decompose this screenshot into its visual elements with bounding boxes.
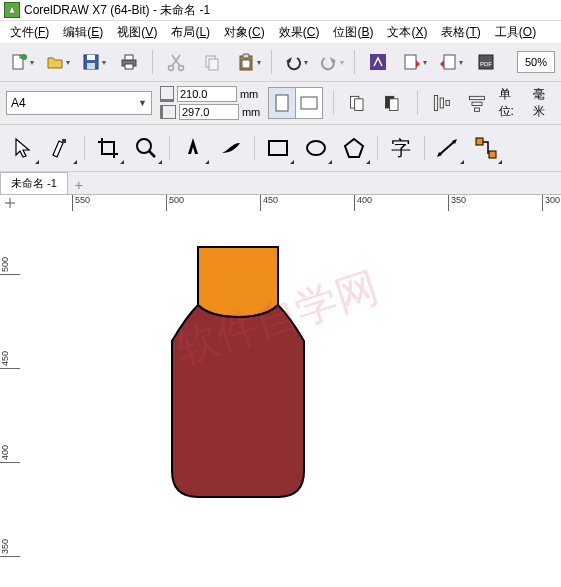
menu-object[interactable]: 对象(C) (218, 22, 271, 43)
svg-text:字: 字 (391, 137, 411, 159)
freehand-tool[interactable] (176, 131, 210, 165)
menu-tools[interactable]: 工具(O) (489, 22, 542, 43)
svg-point-41 (307, 141, 325, 155)
svg-rect-48 (489, 151, 496, 158)
toolbox: 字 (0, 125, 561, 172)
copy-button[interactable] (197, 47, 227, 77)
workspace: 550 500 450 400 350 300 500 450 400 350 … (0, 195, 561, 587)
units-label: 单位: (499, 86, 524, 120)
ruler-tick: 450 (0, 351, 20, 369)
page-height-input[interactable] (179, 104, 239, 120)
svg-rect-34 (469, 96, 484, 99)
paste-button[interactable]: ▾ (233, 47, 263, 77)
polygon-tool[interactable] (337, 131, 371, 165)
svg-rect-47 (476, 138, 483, 145)
svg-marker-16 (286, 57, 292, 63)
page-dimensions: mm mm (160, 86, 260, 120)
pick-tool[interactable] (6, 131, 40, 165)
paper-size-value: A4 (11, 96, 26, 110)
watermark: 软件自学网 (170, 251, 390, 371)
ruler-vertical[interactable]: 500 450 400 350 (0, 211, 21, 587)
all-pages-button[interactable] (344, 88, 371, 118)
svg-rect-30 (390, 99, 398, 111)
save-button[interactable]: ▾ (78, 47, 108, 77)
redo-button[interactable]: ▾ (316, 47, 346, 77)
import-button[interactable]: ▾ (399, 47, 429, 77)
ruler-tick: 550 (72, 195, 90, 211)
svg-text:软件自学网: 软件自学网 (170, 263, 384, 371)
artistic-media-tool[interactable] (214, 131, 248, 165)
document-tabs: 未命名 -1 + (0, 172, 561, 195)
shape-tool[interactable] (44, 131, 78, 165)
unit-mm: mm (240, 88, 258, 100)
menu-view[interactable]: 视图(V) (111, 22, 163, 43)
menu-bitmap[interactable]: 位图(B) (327, 22, 379, 43)
publish-pdf-button[interactable]: PDF (471, 47, 501, 77)
export-button[interactable]: ▾ (435, 47, 465, 77)
align-horizontal-button[interactable] (463, 88, 490, 118)
svg-line-44 (439, 141, 455, 155)
menu-edit[interactable]: 编辑(E) (57, 22, 109, 43)
property-bar: A4 ▼ mm mm 单位: 毫米 (0, 82, 561, 125)
page-width-input[interactable] (177, 86, 237, 102)
svg-rect-4 (87, 55, 95, 60)
ruler-tick: 400 (0, 445, 20, 463)
svg-rect-32 (441, 98, 444, 108)
zoom-tool[interactable] (129, 131, 163, 165)
ellipse-tool[interactable] (299, 131, 333, 165)
ruler-tick: 300 (542, 195, 560, 211)
open-button[interactable]: ▾ (42, 47, 72, 77)
svg-point-10 (179, 66, 184, 71)
current-page-button[interactable] (379, 88, 406, 118)
svg-rect-35 (472, 102, 482, 105)
crop-tool[interactable] (91, 131, 125, 165)
new-button[interactable]: ▾ (6, 47, 36, 77)
ruler-origin[interactable] (0, 195, 21, 212)
ruler-horizontal[interactable]: 550 500 450 400 350 300 (20, 195, 561, 212)
dimension-tool[interactable] (431, 131, 465, 165)
svg-marker-17 (330, 57, 336, 63)
svg-rect-37 (62, 139, 66, 143)
portrait-button[interactable] (268, 87, 295, 119)
unit-mm-2: mm (242, 106, 260, 118)
svg-point-2 (21, 54, 27, 60)
menu-effect[interactable]: 效果(C) (273, 22, 326, 43)
svg-rect-40 (269, 141, 287, 155)
landscape-button[interactable] (295, 87, 323, 119)
cut-button[interactable] (161, 47, 191, 77)
ruler-tick: 400 (354, 195, 372, 211)
svg-rect-15 (242, 60, 250, 68)
svg-rect-26 (301, 97, 317, 109)
svg-rect-33 (446, 101, 449, 106)
doc-name: 未命名 -1 (160, 3, 210, 17)
rectangle-tool[interactable] (261, 131, 295, 165)
align-vertical-button[interactable] (428, 88, 455, 118)
ruler-tick: 350 (0, 539, 20, 557)
new-tab-button[interactable]: + (70, 176, 88, 194)
svg-rect-12 (209, 59, 218, 70)
paper-size-select[interactable]: A4 ▼ (6, 91, 152, 115)
menu-bar: 文件(F) 编辑(E) 视图(V) 布局(L) 对象(C) 效果(C) 位图(B… (0, 21, 561, 43)
undo-button[interactable]: ▾ (280, 47, 310, 77)
svg-rect-8 (125, 64, 133, 69)
svg-rect-21 (444, 55, 455, 69)
svg-rect-36 (474, 108, 479, 111)
text-tool[interactable]: 字 (384, 131, 418, 165)
window-title: CorelDRAW X7 (64-Bit) - 未命名 -1 (24, 2, 210, 19)
zoom-level[interactable]: 50% (517, 51, 555, 73)
units-value: 毫米 (533, 86, 555, 120)
ruler-tick: 350 (448, 195, 466, 211)
svg-rect-14 (243, 54, 249, 58)
search-content-button[interactable] (363, 47, 393, 77)
menu-layout[interactable]: 布局(L) (165, 22, 216, 43)
svg-marker-22 (440, 60, 444, 68)
print-button[interactable] (114, 47, 144, 77)
canvas[interactable]: 软件自学网 (20, 211, 561, 587)
menu-text[interactable]: 文本(X) (381, 22, 433, 43)
width-icon (160, 86, 174, 102)
tab-active[interactable]: 未命名 -1 (0, 172, 68, 194)
svg-point-9 (169, 66, 174, 71)
menu-file[interactable]: 文件(F) (4, 22, 55, 43)
menu-table[interactable]: 表格(T) (435, 22, 486, 43)
connector-tool[interactable] (469, 131, 503, 165)
